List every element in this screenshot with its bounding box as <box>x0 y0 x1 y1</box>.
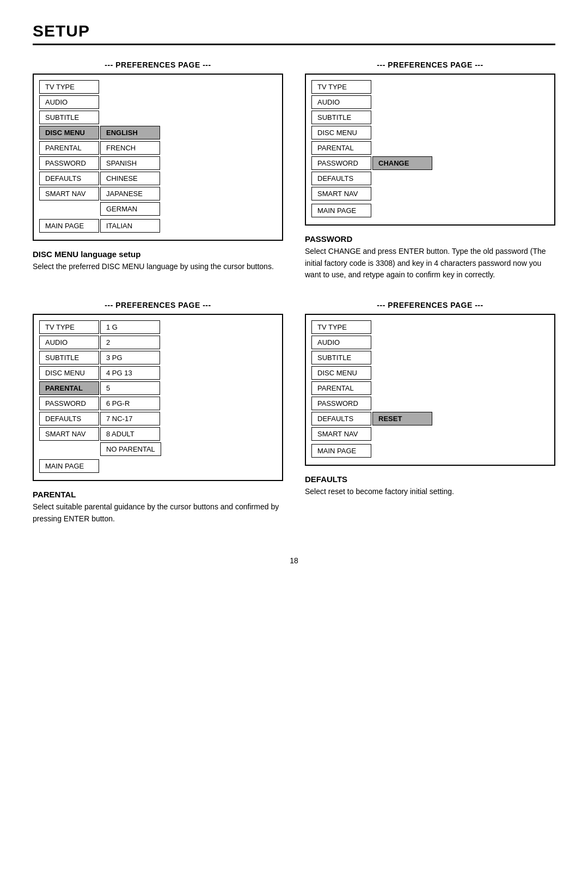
menu-cell-reset: RESET <box>372 412 432 425</box>
menu-cell-parental: PARENTAL <box>39 381 99 395</box>
menu-cell: SMART NAV <box>311 427 371 441</box>
menu-cell: SMART NAV <box>311 187 371 200</box>
menu-cell: PASSWORD <box>39 397 99 410</box>
table-row: DISC MENU 4 PG 13 <box>39 366 277 380</box>
table-row: DEFAULTS <box>311 172 549 185</box>
menu-cell: SUBTITLE <box>39 351 99 364</box>
menu-cell: FRENCH <box>100 141 160 155</box>
menu-cell: AUDIO <box>39 336 99 349</box>
table-row: MAIN PAGE ITALIAN <box>39 219 277 233</box>
table-row: TV TYPE 1 G <box>39 320 277 334</box>
menu-cell: CHINESE <box>100 172 160 185</box>
pref-label-left-top: --- PREFERENCES PAGE --- <box>33 60 283 69</box>
menu-cell: DEFAULTS <box>39 412 99 425</box>
menu-cell: JAPANESE <box>100 187 160 200</box>
table-row: SMART NAV JAPANESE <box>39 187 277 200</box>
table-row: PASSWORD 6 PG-R <box>39 397 277 410</box>
menu-cell: 1 G <box>100 320 160 334</box>
table-row: AUDIO <box>311 95 549 109</box>
menu-cell: GERMAN <box>100 202 160 216</box>
menu-cell: SUBTITLE <box>311 111 371 124</box>
table-row: AUDIO <box>311 336 549 349</box>
table-row: DISC MENU <box>311 126 549 139</box>
menu-cell: TV TYPE <box>311 320 371 334</box>
menu-cell: 4 PG 13 <box>100 366 160 380</box>
table-row: AUDIO <box>39 95 277 109</box>
menu-cell: SUBTITLE <box>39 111 99 124</box>
menu-cell: AUDIO <box>311 336 371 349</box>
menu-cell: PARENTAL <box>311 141 371 155</box>
table-row: PARENTAL <box>311 141 549 155</box>
left-bottom-col: --- PREFERENCES PAGE --- TV TYPE 1 G AUD… <box>33 301 283 534</box>
table-row: PARENTAL FRENCH <box>39 141 277 155</box>
table-row: SUBTITLE <box>311 351 549 364</box>
table-row: SUBTITLE <box>311 111 549 124</box>
menu-cell: DISC MENU <box>39 366 99 380</box>
disc-menu-title: DISC MENU language setup <box>33 250 283 259</box>
menu-cell: PARENTAL <box>311 381 371 395</box>
menu-cell-main-page: MAIN PAGE <box>311 204 371 217</box>
table-row: GERMAN <box>39 202 277 216</box>
menu-cell-disc-menu: DISC MENU <box>39 126 99 139</box>
menu-cell: SUBTITLE <box>311 351 371 364</box>
menu-cell: DEFAULTS <box>39 172 99 185</box>
pref-label-right-top: --- PREFERENCES PAGE --- <box>305 60 555 69</box>
menu-cell: DEFAULTS <box>311 412 371 425</box>
menu-cell: PARENTAL <box>39 141 99 155</box>
parental-body: Select suitable parental guidance by the… <box>33 501 283 525</box>
table-row: SMART NAV <box>311 427 549 441</box>
right-bottom-col: --- PREFERENCES PAGE --- TV TYPE AUDIO S… <box>305 301 555 534</box>
disc-menu-body: Select the preferred DISC MENU language … <box>33 261 283 273</box>
disc-menu-section: DISC MENU language setup Select the pref… <box>33 250 283 273</box>
table-row: MAIN PAGE <box>311 204 549 217</box>
table-row: PARENTAL 5 <box>39 381 277 395</box>
menu-cell: SPANISH <box>100 156 160 170</box>
table-row: PARENTAL <box>311 381 549 395</box>
menu-cell: TV TYPE <box>311 80 371 94</box>
table-row: PASSWORD <box>311 397 549 410</box>
pref-box-left-top: TV TYPE AUDIO SUBTITLE DISC MENU ENGLISH… <box>33 74 283 241</box>
parental-section: PARENTAL Select suitable parental guidan… <box>33 490 283 525</box>
pref-label-right-bottom: --- PREFERENCES PAGE --- <box>305 301 555 309</box>
menu-cell: DEFAULTS <box>311 172 371 185</box>
password-body: Select CHANGE and press ENTER button. Ty… <box>305 246 555 281</box>
menu-cell-change: CHANGE <box>372 156 432 170</box>
menu-cell-main-page: MAIN PAGE <box>39 459 99 473</box>
defaults-body: Select reset to become factory initial s… <box>305 486 555 498</box>
menu-cell: DISC MENU <box>311 366 371 380</box>
menu-cell: TV TYPE <box>39 320 99 334</box>
menu-cell: PASSWORD <box>39 156 99 170</box>
table-row: TV TYPE <box>39 80 277 94</box>
pref-label-left-bottom: --- PREFERENCES PAGE --- <box>33 301 283 309</box>
menu-cell: 7 NC-17 <box>100 412 160 425</box>
pref-box-right-bottom: TV TYPE AUDIO SUBTITLE DISC MENU PARENTA… <box>305 314 555 466</box>
menu-cell: TV TYPE <box>39 80 99 94</box>
menu-cell: 8 ADULT <box>100 427 160 441</box>
menu-cell: 2 <box>100 336 160 349</box>
menu-cell: 6 PG-R <box>100 397 160 410</box>
left-top-col: --- PREFERENCES PAGE --- TV TYPE AUDIO S… <box>33 60 283 291</box>
menu-cell: PASSWORD <box>311 397 371 410</box>
menu-cell-main-page: MAIN PAGE <box>39 219 99 233</box>
page-number: 18 <box>33 556 555 565</box>
menu-cell: NO PARENTAL <box>100 442 161 456</box>
table-row: AUDIO 2 <box>39 336 277 349</box>
table-row: DEFAULTS RESET <box>311 412 549 425</box>
table-row: DEFAULTS 7 NC-17 <box>39 412 277 425</box>
bottom-section: --- PREFERENCES PAGE --- TV TYPE 1 G AUD… <box>33 301 555 534</box>
table-row: SMART NAV 8 ADULT <box>39 427 277 441</box>
table-row: TV TYPE <box>311 80 549 94</box>
defaults-title: DEFAULTS <box>305 475 555 484</box>
menu-cell: SMART NAV <box>39 187 99 200</box>
pref-box-left-bottom: TV TYPE 1 G AUDIO 2 SUBTITLE 3 PG DISC M… <box>33 314 283 481</box>
menu-cell: DISC MENU <box>311 126 371 139</box>
page-title: SETUP <box>33 22 555 45</box>
menu-cell: 5 <box>100 381 160 395</box>
parental-title: PARENTAL <box>33 490 283 499</box>
pref-box-right-top: TV TYPE AUDIO SUBTITLE DISC MENU PARENTA… <box>305 74 555 226</box>
menu-cell: AUDIO <box>39 95 99 109</box>
defaults-section: DEFAULTS Select reset to become factory … <box>305 475 555 498</box>
table-row: NO PARENTAL <box>39 442 277 456</box>
table-row: SUBTITLE <box>39 111 277 124</box>
table-row: TV TYPE <box>311 320 549 334</box>
